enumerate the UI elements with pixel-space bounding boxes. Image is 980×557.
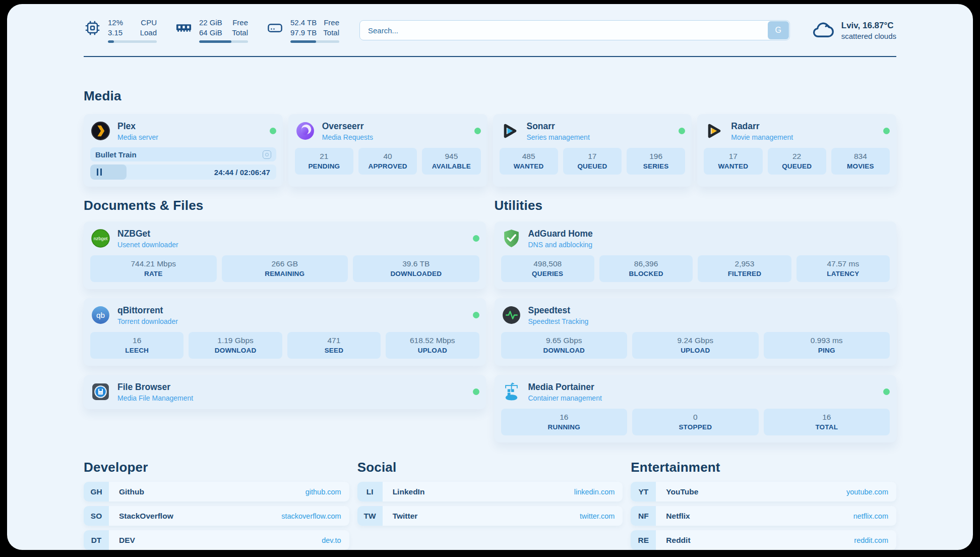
stat-total: 16 TOTAL	[764, 409, 890, 435]
app-title: Speedtest	[528, 305, 589, 316]
app-card-nzbget[interactable]: nzbget NZBGet Usenet downloader 744.21 M…	[84, 221, 486, 289]
search-input[interactable]	[359, 20, 790, 40]
link-row-youtube[interactable]: YT YouTube youtube.com	[631, 482, 896, 502]
memory-stat: 22 GiB Free 64 GiB Total	[175, 18, 248, 43]
link-row-github[interactable]: GH Github github.com	[84, 482, 349, 502]
utilities-column: Utilities	[495, 198, 897, 442]
link-url[interactable]: linkedin.com	[574, 488, 615, 496]
session-icon-lens	[265, 153, 269, 156]
stat-leech: 16 LEECH	[90, 332, 183, 359]
svg-text:nzbget: nzbget	[94, 236, 108, 241]
stat-label: REMAINING	[224, 270, 346, 277]
disk-total-value: 97.9 TB	[290, 28, 317, 38]
app-title: Plex	[117, 121, 158, 132]
link-url[interactable]: netflix.com	[853, 512, 888, 520]
stat-label: BLOCKED	[601, 270, 691, 277]
stat-label: WANTED	[706, 162, 760, 170]
link-row-reddit[interactable]: RE Reddit reddit.com	[631, 530, 896, 550]
disk-free-value: 52.4 TB	[290, 18, 317, 28]
app-title: Overseerr	[322, 121, 373, 132]
stat-label: DOWNLOAD	[191, 347, 280, 354]
app-title: Sonarr	[527, 121, 590, 132]
stat-label: LEECH	[92, 347, 181, 354]
stat-value: 498,508	[503, 259, 592, 268]
stat-queued: 17 QUEUED	[563, 148, 622, 175]
link-row-netflix[interactable]: NF Netflix netflix.com	[631, 506, 896, 526]
status-dot	[883, 128, 890, 134]
stat-upload: 618.52 Mbps UPLOAD	[386, 332, 479, 359]
link-row-linkedin[interactable]: LI LinkedIn linkedin.com	[357, 482, 623, 502]
link-url[interactable]: twitter.com	[580, 512, 615, 520]
link-name: Github	[119, 487, 144, 496]
app-title: AdGuard Home	[528, 229, 593, 239]
app-title: File Browser	[117, 382, 193, 393]
status-dot	[473, 312, 479, 318]
app-card-speedtest[interactable]: Speedtest Speedtest Tracking 9.65 Gbps D…	[495, 298, 897, 366]
stat-label: FILTERED	[700, 270, 789, 277]
stat-stopped: 0 STOPPED	[632, 409, 759, 435]
weather-location-temp: Lviv, 16.87°C	[841, 21, 896, 31]
speedtest-icon	[501, 305, 522, 325]
stat-label: QUERIES	[503, 270, 592, 277]
developer-column: Developer GH Github github.com SO StackO…	[84, 460, 349, 550]
status-dot	[270, 128, 276, 134]
disk-label-bottom: Total	[323, 28, 339, 38]
stat-label: MOVIES	[833, 162, 888, 170]
now-playing-row: Bullet Train	[90, 147, 276, 161]
app-card-adguard[interactable]: AdGuard Home DNS and adblocking 498,508 …	[495, 221, 897, 289]
app-card-radarr[interactable]: Radarr Movie management 17 WANTED 22 QUE…	[697, 114, 896, 187]
link-row-twitter[interactable]: TW Twitter twitter.com	[357, 506, 623, 526]
app-card-portainer[interactable]: Media Portainer Container management 16 …	[495, 375, 897, 442]
link-row-dev[interactable]: DT DEV dev.to	[84, 530, 349, 550]
app-subtitle: Media Requests	[322, 133, 373, 141]
playback-time: 24:44 / 02:06:47	[214, 168, 270, 177]
stat-value: 744.21 Mbps	[92, 259, 215, 268]
link-url[interactable]: stackoverflow.com	[281, 512, 341, 520]
app-subtitle: Torrent downloader	[117, 317, 178, 325]
link-url[interactable]: dev.to	[322, 536, 341, 544]
app-title: Media Portainer	[528, 382, 602, 393]
session-icon[interactable]	[263, 150, 271, 159]
stat-movies: 834 MOVIES	[831, 148, 890, 175]
app-subtitle: Usenet downloader	[117, 241, 178, 249]
stat-label: RATE	[92, 270, 215, 277]
link-abbr-badge: GH	[84, 482, 109, 502]
link-url[interactable]: github.com	[305, 488, 341, 496]
stat-value: 471	[289, 336, 379, 345]
radarr-icon	[704, 121, 724, 141]
status-dot	[474, 128, 481, 134]
disk-icon	[266, 19, 284, 37]
app-card-filebrowser[interactable]: File Browser Media File Management	[84, 375, 486, 409]
section-heading-documents: Documents & Files	[84, 198, 486, 213]
stat-value: 86,396	[601, 259, 691, 268]
stat-download: 9.65 Gbps DOWNLOAD	[501, 332, 628, 359]
stat-value: 0.993 ms	[766, 336, 888, 345]
stat-value: 266 GB	[224, 259, 346, 268]
weather-condition: scattered clouds	[841, 32, 896, 40]
link-name: StackOverflow	[119, 512, 173, 521]
ram-label-top: Free	[232, 18, 248, 28]
cloud-icon	[811, 20, 834, 41]
stat-value: 16	[92, 336, 181, 345]
stat-value: 16	[503, 413, 626, 422]
weather-widget: Lviv, 16.87°C scattered clouds	[811, 20, 896, 41]
app-card-sonarr[interactable]: Sonarr Series management 485 WANTED 17 Q…	[493, 114, 692, 187]
link-url[interactable]: youtube.com	[846, 488, 888, 496]
disk-stat: 52.4 TB Free 97.9 TB Total	[266, 18, 339, 43]
pause-icon[interactable]	[97, 169, 102, 176]
app-card-overseerr[interactable]: Overseerr Media Requests 21 PENDING 40 A…	[288, 114, 487, 187]
cpu-progress-track	[108, 40, 157, 43]
app-card-plex[interactable]: Plex Media server Bullet Train 24:44 / 0…	[84, 114, 283, 187]
stat-remaining: 266 GB REMAINING	[222, 255, 348, 282]
ram-progress-fill	[199, 40, 231, 43]
cpu-icon	[84, 19, 101, 37]
section-heading-developer: Developer	[84, 460, 349, 475]
search-provider-button[interactable]: G	[768, 21, 789, 39]
link-row-stackoverflow[interactable]: SO StackOverflow stackoverflow.com	[84, 506, 349, 526]
stat-available: 945 AVAILABLE	[422, 148, 480, 175]
stat-label: DOWNLOAD	[503, 347, 626, 354]
link-url[interactable]: reddit.com	[854, 536, 888, 544]
app-card-qbittorrent[interactable]: qb qBittorrent Torrent downloader 16 LEE…	[84, 298, 486, 366]
svg-text:qb: qb	[96, 311, 105, 319]
search-bar: G	[359, 20, 790, 40]
